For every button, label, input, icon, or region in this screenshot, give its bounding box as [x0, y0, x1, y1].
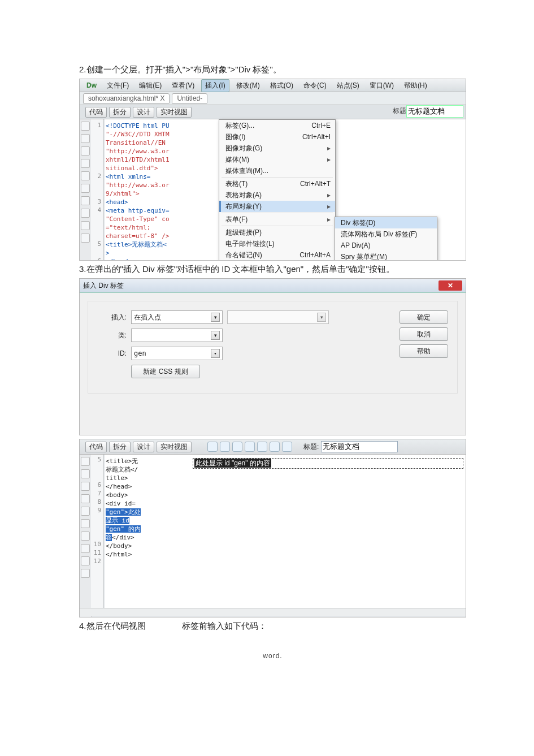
tool-icon[interactable]	[81, 532, 90, 541]
menu-view[interactable]: 查看(V)	[168, 80, 198, 92]
code-editor[interactable]: <title>无 标题文档</ title> </head> <body> <d…	[105, 455, 191, 613]
close-button[interactable]: ✕	[439, 280, 462, 291]
tool-icon[interactable]	[232, 442, 242, 452]
chevron-down-icon[interactable]: ▾	[211, 331, 220, 340]
btn-cancel[interactable]: 取消	[400, 327, 448, 341]
horizontal-scrollbar[interactable]	[80, 608, 466, 616]
mi-layout-obj[interactable]: 布局对象(Y)	[219, 201, 335, 212]
btn-design-view[interactable]: 设计	[133, 107, 154, 118]
btn-help[interactable]: 帮助	[400, 344, 448, 358]
combo-id[interactable]: gen ▾	[131, 347, 223, 360]
menu-modify[interactable]: 修改(M)	[233, 80, 263, 92]
mi-table-obj: 表格对象(A)	[219, 189, 335, 201]
tool-icon[interactable]	[81, 482, 90, 491]
mi-image-obj: 图像对象(G)	[219, 142, 335, 154]
menu-site[interactable]: 站点(S)	[333, 80, 363, 92]
btn-split-view[interactable]: 拆分	[109, 107, 131, 118]
sm-spry-menubar[interactable]: Spry 菜单栏(M)	[335, 251, 437, 261]
title-input[interactable]	[321, 441, 398, 452]
combo-class[interactable]: ▾	[131, 329, 223, 342]
design-preview[interactable]: 此处显示 id "gen" 的内容	[190, 455, 466, 608]
tool-icon[interactable]	[81, 209, 90, 218]
btn-code-view[interactable]: 代码	[85, 442, 107, 452]
tool-icon[interactable]	[81, 159, 90, 168]
preview-div-gen[interactable]: 此处显示 id "gen" 的内容	[193, 458, 463, 469]
tool-icon[interactable]	[81, 171, 90, 180]
menu-separator	[222, 213, 333, 213]
btn-split-view[interactable]: 拆分	[109, 442, 131, 452]
title-input[interactable]	[406, 105, 463, 118]
combo-insert[interactable]: 在插入点 ▾	[131, 310, 223, 324]
caption-step-3: 3.在弹出的"插入 Div 标签"对话框中的 ID 文本框中输入"gen"，然后…	[79, 264, 466, 275]
mi-anchor: 命名锚记(N)Ctrl+Alt+A	[219, 249, 335, 261]
tab-file-b[interactable]: Untitled-	[172, 93, 207, 103]
tool-icon[interactable]	[81, 519, 90, 528]
tool-icon[interactable]	[81, 494, 90, 503]
line-gutter: 56789101112	[91, 455, 103, 616]
tool-icon[interactable]	[257, 442, 267, 452]
tool-icon[interactable]	[81, 234, 90, 243]
btn-design-view[interactable]: 设计	[133, 442, 154, 452]
menu-edit[interactable]: 编辑(E)	[136, 80, 165, 92]
line-gutter: 123456	[91, 119, 103, 261]
tool-icon[interactable]	[207, 442, 218, 452]
code-tool-sidebar[interactable]	[80, 455, 92, 617]
menu-insert[interactable]: 插入(I)	[201, 79, 229, 92]
insert-menu-dropdown[interactable]: 标签(G)...Ctrl+E 图像(I)Ctrl+Alt+I 图像对象(G) 媒…	[219, 119, 336, 261]
menu-separator	[222, 177, 333, 178]
label-insert: 插入:	[102, 313, 127, 322]
menu-file[interactable]: 文件(F)	[103, 80, 132, 92]
view-toolbar: 代码 拆分 设计 实时视图 标题:	[80, 439, 466, 455]
label-id: ID:	[102, 349, 127, 357]
dialog-title: 插入 Div 标签	[83, 281, 124, 291]
title-label: 标题:	[303, 442, 319, 452]
layout-object-submenu[interactable]: Div 标签(D) 流体网格布局 Div 标签(F) AP Div(A) Spr…	[335, 217, 437, 261]
tool-icon[interactable]	[81, 507, 90, 516]
chevron-down-icon[interactable]: ▾	[211, 349, 220, 358]
tool-icon[interactable]	[81, 569, 90, 578]
sm-div-tag[interactable]: Div 标签(D)	[335, 217, 437, 228]
page-footer: word.	[79, 652, 466, 660]
tool-icon[interactable]	[245, 442, 255, 452]
mi-media-query: 媒体查询(M)...	[219, 165, 335, 176]
tab-file-a[interactable]: sohoxuanxiangka.html* X	[83, 93, 170, 103]
tool-icon[interactable]	[81, 469, 90, 478]
combo-insert-2[interactable]: ▾	[227, 310, 329, 324]
chevron-down-icon[interactable]: ▾	[317, 313, 326, 322]
close-icon: ✕	[448, 282, 453, 290]
mi-tag: 标签(G)...Ctrl+E	[219, 120, 335, 131]
btn-live-view[interactable]: 实时视图	[157, 107, 192, 118]
sm-fluid-div[interactable]: 流体网格布局 Div 标签(F)	[335, 228, 437, 240]
btn-ok[interactable]: 确定	[400, 310, 448, 324]
close-icon[interactable]: X	[160, 94, 164, 102]
dialog-titlebar[interactable]: 插入 Div 标签 ✕	[80, 279, 466, 293]
tool-icon[interactable]	[81, 196, 90, 205]
tool-icon[interactable]	[81, 556, 90, 565]
caption-step-4: 4.然后在代码视图 标签前输入如下代码：	[79, 621, 466, 632]
btn-live-view[interactable]: 实时视图	[157, 442, 192, 452]
tool-icon[interactable]	[81, 184, 90, 193]
menu-help[interactable]: 帮助(H)	[401, 80, 431, 92]
tool-icon[interactable]	[81, 122, 90, 131]
menu-format[interactable]: 格式(O)	[267, 80, 297, 92]
tool-icon[interactable]	[81, 544, 90, 553]
btn-new-css-rule[interactable]: 新建 CSS 规则	[131, 365, 200, 378]
menu-separator	[222, 226, 333, 226]
tool-icon[interactable]	[220, 442, 230, 452]
label-class: 类:	[102, 331, 127, 340]
chevron-down-icon[interactable]: ▾	[211, 313, 220, 322]
tool-icon[interactable]	[81, 146, 90, 155]
refresh-icon[interactable]	[282, 442, 292, 452]
menu-command[interactable]: 命令(C)	[300, 80, 330, 92]
sm-ap-div[interactable]: AP Div(A)	[335, 240, 437, 251]
code-tool-sidebar[interactable]	[80, 119, 92, 261]
tool-icon[interactable]	[81, 221, 90, 230]
tool-icon[interactable]	[81, 134, 90, 143]
tool-icon[interactable]	[270, 442, 280, 452]
caption-step-2: 2.创建一个父层。打开"插入">"布局对象">"Div 标签"。	[79, 64, 466, 75]
app-menubar[interactable]: Dw 文件(F) 编辑(E) 查看(V) 插入(I) 修改(M) 格式(O) 命…	[80, 79, 466, 92]
tool-icon[interactable]	[81, 457, 90, 466]
btn-code-view[interactable]: 代码	[85, 107, 107, 118]
menu-window[interactable]: 窗口(W)	[366, 80, 397, 92]
screenshot-split-view: 代码 拆分 设计 实时视图 标题: 56789101112 <title	[79, 439, 466, 617]
